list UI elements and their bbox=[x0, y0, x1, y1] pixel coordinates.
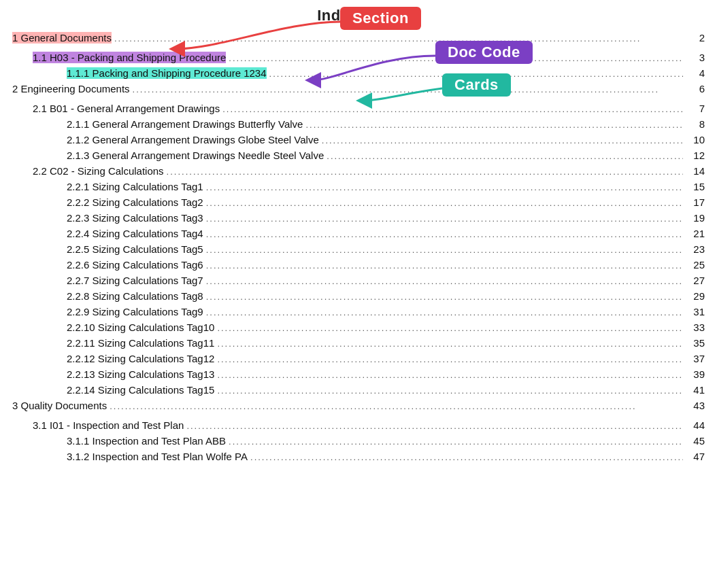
toc-label: 2.2.9 Sizing Calculations Tag9 bbox=[67, 306, 203, 317]
toc-label: 2.2.3 Sizing Calculations Tag3 bbox=[67, 212, 203, 224]
toc-page: 3 bbox=[686, 52, 705, 63]
toc-row: 2.2.5 Sizing Calculations Tag5 .........… bbox=[12, 241, 705, 257]
toc-label: 2.2.5 Sizing Calculations Tag5 bbox=[67, 243, 203, 255]
toc-dots: ........................................… bbox=[222, 104, 683, 114]
toc-container: 1 General Documents ....................… bbox=[0, 30, 717, 464]
toc-label: 3.1 I01 - Inspection and Test Plan bbox=[33, 419, 184, 431]
toc-page: 19 bbox=[686, 212, 705, 224]
toc-page: 41 bbox=[686, 384, 705, 396]
toc-dots: ........................................… bbox=[206, 276, 683, 286]
toc-dots: ........................................… bbox=[217, 385, 683, 396]
toc-label: 2.1.1 General Arrangement Drawings Butte… bbox=[67, 118, 303, 130]
toc-page: 7 bbox=[686, 103, 705, 114]
toc-page: 33 bbox=[686, 322, 705, 333]
toc-dots: ........................................… bbox=[269, 69, 683, 79]
toc-row: 2.1.2 General Arrangement Drawings Globe… bbox=[12, 132, 705, 148]
toc-label: 2.1.3 General Arrangement Drawings Needl… bbox=[67, 150, 324, 161]
toc-row: 2.2.13 Sizing Calculations Tag13 .......… bbox=[12, 366, 705, 382]
toc-dots: ........................................… bbox=[206, 292, 683, 302]
toc-dots: ........................................… bbox=[206, 245, 683, 255]
toc-page: 35 bbox=[686, 337, 705, 349]
toc-dots: ........................................… bbox=[229, 436, 683, 447]
toc-label: 2.2.7 Sizing Calculations Tag7 bbox=[67, 275, 203, 286]
toc-page: 15 bbox=[686, 181, 705, 192]
toc-page: 27 bbox=[686, 275, 705, 286]
toc-dots: ........................................… bbox=[229, 53, 683, 63]
toc-row: 2.2.3 Sizing Calculations Tag3 .........… bbox=[12, 210, 705, 226]
toc-dots: ........................................… bbox=[206, 307, 683, 317]
toc-dots: ........................................… bbox=[206, 213, 683, 224]
toc-page: 14 bbox=[686, 165, 705, 177]
toc-row: 2.2.7 Sizing Calculations Tag7 .........… bbox=[12, 273, 705, 288]
toc-label: 2.1 B01 - General Arrangement Drawings bbox=[33, 103, 220, 114]
toc-page: 10 bbox=[686, 134, 705, 145]
toc-row: 2.2.9 Sizing Calculations Tag9 .........… bbox=[12, 304, 705, 319]
toc-dots: ........................................… bbox=[217, 339, 683, 349]
toc-label: 2.2.14 Sizing Calculations Tag15 bbox=[67, 384, 214, 396]
toc-page: 6 bbox=[686, 83, 705, 94]
toc-page: 45 bbox=[686, 435, 705, 447]
toc-page: 39 bbox=[686, 368, 705, 380]
toc-label: 2 Engineering Documents bbox=[12, 83, 130, 94]
toc-dots: ........................................… bbox=[305, 120, 683, 130]
toc-label: 3.1.1 Inspection and Test Plan ABB bbox=[67, 435, 226, 447]
toc-dots: ........................................… bbox=[250, 452, 683, 462]
toc-page: 47 bbox=[686, 451, 705, 462]
toc-dots: ........................................… bbox=[186, 421, 683, 431]
toc-page: 25 bbox=[686, 259, 705, 271]
toc-row: 2.2.8 Sizing Calculations Tag8 .........… bbox=[12, 288, 705, 304]
toc-dots: ........................................… bbox=[206, 229, 683, 239]
toc-row: 3.1.1 Inspection and Test Plan ABB .....… bbox=[12, 433, 705, 449]
toc-page: 8 bbox=[686, 118, 705, 130]
toc-dots: ........................................… bbox=[217, 370, 683, 380]
toc-row: 2.2.6 Sizing Calculations Tag6 .........… bbox=[12, 257, 705, 273]
toc-label: 2.2.13 Sizing Calculations Tag13 bbox=[67, 368, 214, 380]
toc-page: 17 bbox=[686, 196, 705, 208]
toc-row: 1 General Documents ....................… bbox=[12, 30, 705, 46]
toc-label: 2.2.12 Sizing Calculations Tag12 bbox=[67, 353, 214, 364]
toc-row: 2.2.12 Sizing Calculations Tag12 .......… bbox=[12, 351, 705, 366]
toc-row: 2 Engineering Documents ................… bbox=[12, 81, 705, 97]
toc-row: 3.1.2 Inspection and Test Plan Wolfe PA … bbox=[12, 449, 705, 464]
toc-label: 2.1.2 General Arrangement Drawings Globe… bbox=[67, 134, 319, 145]
toc-dots: ........................................… bbox=[217, 354, 683, 364]
toc-label: 2.2.11 Sizing Calculations Tag11 bbox=[67, 337, 214, 349]
toc-label: 1 General Documents bbox=[12, 32, 112, 44]
toc-page: 23 bbox=[686, 243, 705, 255]
toc-label: 2.2.2 Sizing Calculations Tag2 bbox=[67, 196, 203, 208]
toc-label: 2.2.4 Sizing Calculations Tag4 bbox=[67, 228, 203, 239]
toc-label: 2.2.10 Sizing Calculations Tag10 bbox=[67, 322, 214, 333]
toc-page: 29 bbox=[686, 290, 705, 302]
toc-row: 3.1 I01 - Inspection and Test Plan .....… bbox=[12, 417, 705, 433]
toc-dots: ........................................… bbox=[206, 198, 683, 208]
toc-label: 2.2.6 Sizing Calculations Tag6 bbox=[67, 259, 203, 271]
toc-row: 3 Quality Documents ....................… bbox=[12, 398, 705, 413]
toc-row: 2.1.1 General Arrangement Drawings Butte… bbox=[12, 116, 705, 132]
toc-page: 2 bbox=[686, 32, 705, 44]
toc-page: 37 bbox=[686, 353, 705, 364]
toc-dots: ........................................… bbox=[322, 135, 683, 145]
toc-page: 43 bbox=[686, 400, 705, 411]
toc-page: 21 bbox=[686, 228, 705, 239]
toc-label: 3 Quality Documents bbox=[12, 400, 107, 411]
toc-dots: ........................................… bbox=[327, 151, 683, 161]
toc-dots: ........................................… bbox=[206, 182, 683, 192]
toc-label: 2.2.1 Sizing Calculations Tag1 bbox=[67, 181, 203, 192]
page-title: Index of Ve bbox=[0, 0, 717, 30]
toc-page: 4 bbox=[686, 67, 705, 79]
toc-row: 2.1.3 General Arrangement Drawings Needl… bbox=[12, 148, 705, 163]
toc-row: 2.1 B01 - General Arrangement Drawings .… bbox=[12, 101, 705, 116]
toc-label: 1.1.1 Packing and Shipping Procedure 123… bbox=[67, 67, 267, 79]
toc-label: 2.2 C02 - Sizing Calculations bbox=[33, 165, 164, 177]
toc-row: 2.2.14 Sizing Calculations Tag15 .......… bbox=[12, 382, 705, 398]
toc-dots: ........................................… bbox=[133, 84, 683, 94]
toc-row: 2.2 C02 - Sizing Calculations ..........… bbox=[12, 163, 705, 179]
toc-dots: ........................................… bbox=[217, 323, 683, 333]
toc-dots: ........................................… bbox=[167, 167, 683, 177]
toc-label: 3.1.2 Inspection and Test Plan Wolfe PA bbox=[67, 451, 248, 462]
toc-dots: ........................................… bbox=[110, 401, 683, 411]
toc-row: 1.1.1 Packing and Shipping Procedure 123… bbox=[12, 65, 705, 81]
toc-label: 1.1 H03 - Packing and Shipping Procedure bbox=[33, 52, 226, 63]
toc-dots: ........................................… bbox=[206, 260, 683, 271]
toc-page: 44 bbox=[686, 419, 705, 431]
